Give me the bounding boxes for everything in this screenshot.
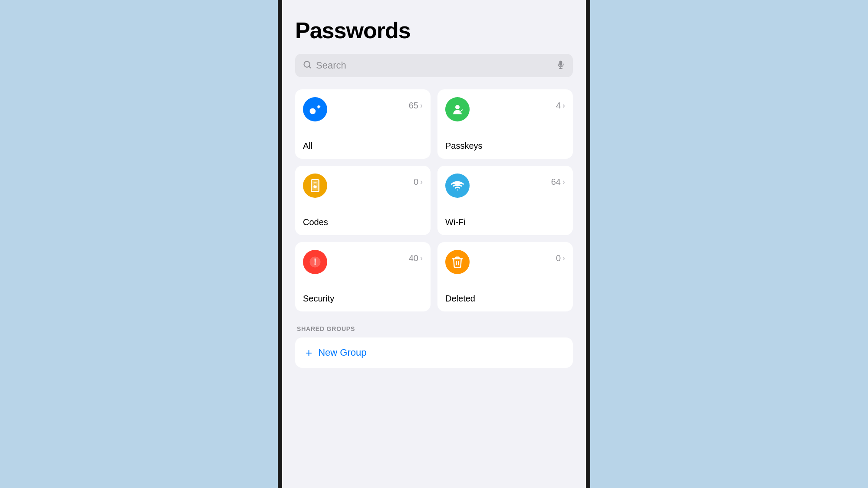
deleted-count: 0 bbox=[556, 253, 561, 263]
new-group-label: New Group bbox=[318, 347, 366, 358]
wifi-label: Wi-Fi bbox=[445, 217, 565, 227]
wifi-count-wrap: 64 › bbox=[551, 177, 565, 187]
card-top-all: 65 › bbox=[303, 97, 423, 121]
all-chevron: › bbox=[420, 101, 423, 110]
svg-rect-9 bbox=[313, 183, 317, 183]
codes-count: 0 bbox=[414, 177, 418, 187]
deleted-count-wrap: 0 › bbox=[556, 253, 565, 263]
all-count: 65 bbox=[409, 101, 418, 111]
phone-frame: Passwords Search bbox=[278, 0, 590, 488]
codes-label: Codes bbox=[303, 217, 423, 227]
passkeys-label: Passkeys bbox=[445, 141, 565, 151]
content-area: Passwords Search bbox=[282, 0, 586, 488]
microphone-icon[interactable] bbox=[556, 60, 565, 71]
card-wifi[interactable]: 64 › Wi-Fi bbox=[437, 166, 573, 235]
card-top-deleted: 0 › bbox=[445, 250, 565, 274]
wifi-chevron: › bbox=[562, 177, 565, 187]
passkey-icon bbox=[445, 97, 470, 121]
wifi-count: 64 bbox=[551, 177, 561, 187]
shared-groups-header: SHARED GROUPS bbox=[295, 325, 573, 332]
search-placeholder: Search bbox=[316, 60, 552, 71]
card-all[interactable]: 65 › All bbox=[295, 89, 431, 159]
svg-point-6 bbox=[460, 111, 461, 113]
card-codes[interactable]: 0 › Codes bbox=[295, 166, 431, 235]
passkeys-count-wrap: 4 › bbox=[556, 101, 565, 111]
security-count-wrap: 40 › bbox=[409, 253, 423, 263]
codes-icon bbox=[303, 174, 327, 198]
phone-screen: Passwords Search bbox=[282, 0, 586, 488]
all-label: All bbox=[303, 141, 423, 151]
security-label: Security bbox=[303, 294, 423, 304]
svg-line-1 bbox=[309, 66, 311, 68]
cards-grid: 65 › All bbox=[295, 89, 573, 311]
key-icon bbox=[303, 97, 327, 121]
search-bar[interactable]: Search bbox=[295, 54, 573, 77]
svg-text:!: ! bbox=[314, 257, 317, 266]
card-top-security: ! 40 › bbox=[303, 250, 423, 274]
card-top-codes: 0 › bbox=[303, 174, 423, 198]
deleted-label: Deleted bbox=[445, 294, 565, 304]
deleted-icon bbox=[445, 250, 470, 274]
passkeys-count: 4 bbox=[556, 101, 561, 111]
new-group-card[interactable]: + New Group bbox=[295, 337, 573, 368]
search-icon bbox=[303, 60, 312, 71]
card-security[interactable]: ! 40 › Security bbox=[295, 242, 431, 311]
passkeys-chevron: › bbox=[562, 101, 565, 110]
page-title: Passwords bbox=[295, 17, 573, 43]
card-top-passkeys: 4 › bbox=[445, 97, 565, 121]
card-deleted[interactable]: 0 › Deleted bbox=[437, 242, 573, 311]
codes-count-wrap: 0 › bbox=[414, 177, 423, 187]
codes-chevron: › bbox=[420, 177, 423, 187]
svg-point-4 bbox=[455, 105, 460, 109]
wifi-icon bbox=[445, 174, 470, 198]
security-chevron: › bbox=[420, 254, 423, 263]
svg-point-10 bbox=[457, 190, 458, 191]
deleted-chevron: › bbox=[562, 254, 565, 263]
card-top-wifi: 64 › bbox=[445, 174, 565, 198]
card-passkeys[interactable]: 4 › Passkeys bbox=[437, 89, 573, 159]
security-icon: ! bbox=[303, 250, 327, 274]
security-count: 40 bbox=[409, 253, 418, 263]
all-count-wrap: 65 › bbox=[409, 101, 423, 111]
new-group-plus-icon: + bbox=[306, 347, 312, 358]
shared-groups-section: SHARED GROUPS + New Group bbox=[295, 325, 573, 368]
